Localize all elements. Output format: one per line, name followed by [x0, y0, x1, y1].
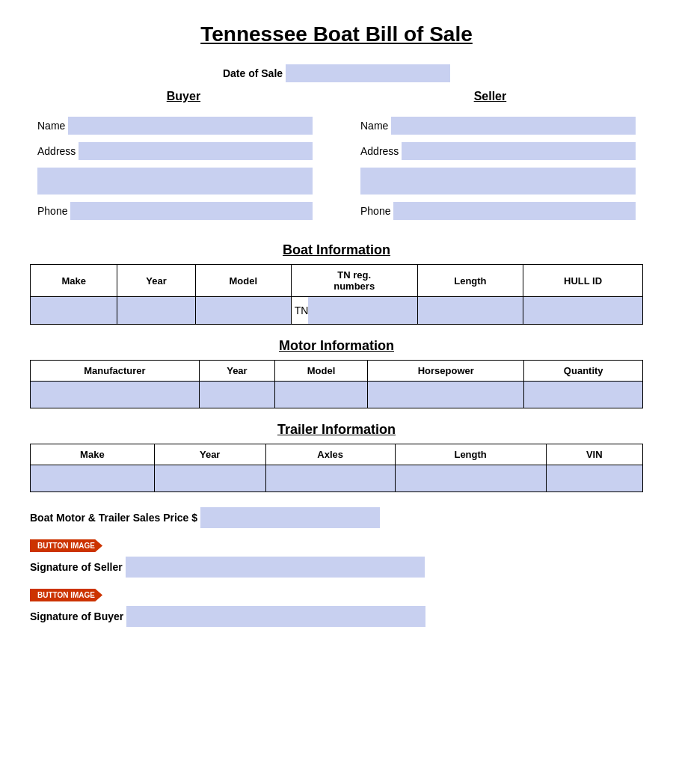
date-of-sale-label: Date of Sale — [223, 67, 283, 79]
seller-address-input-2[interactable] — [360, 168, 636, 195]
date-of-sale-input[interactable] — [286, 64, 450, 82]
boat-model-input[interactable] — [196, 297, 291, 324]
buyer-address-label: Address — [37, 145, 76, 157]
motor-col-model: Model — [274, 361, 367, 382]
boat-col-length: Length — [417, 265, 523, 297]
trailer-vin-input[interactable] — [547, 465, 642, 491]
motor-quantity-input[interactable] — [524, 382, 642, 408]
price-label: Boat Motor & Trailer Sales Price $ — [30, 512, 197, 524]
boat-make-input[interactable] — [31, 297, 117, 324]
boat-table: Make Year Model TN reg.numbers Length HU… — [30, 264, 643, 325]
trailer-col-make: Make — [31, 444, 155, 465]
boat-length-input[interactable] — [418, 297, 523, 324]
boat-section-title: Boat Information — [30, 242, 643, 258]
boat-hull-id-input[interactable] — [523, 297, 642, 324]
bottom-section: Boat Motor & Trailer Sales Price $ BUTTO… — [30, 507, 643, 627]
buyer-header: Buyer — [167, 90, 200, 103]
motor-data-row — [31, 382, 643, 408]
motor-year-input[interactable] — [200, 382, 274, 408]
motor-section-title: Motor Information — [30, 338, 643, 354]
trailer-table: Make Year Axles Length VIN — [30, 444, 643, 492]
buyer-phone-input[interactable] — [70, 202, 313, 220]
boat-col-model: Model — [195, 265, 291, 297]
buyer-column: Name Address Phone — [37, 117, 313, 227]
motor-col-quantity: Quantity — [524, 361, 643, 382]
seller-name-label: Name — [360, 120, 388, 132]
seller-phone-input[interactable] — [393, 202, 636, 220]
boat-col-hull-id: HULL ID — [523, 265, 643, 297]
boat-data-row: TN — [31, 297, 643, 325]
trailer-col-vin: VIN — [546, 444, 642, 465]
trailer-col-length: Length — [395, 444, 546, 465]
boat-col-year: Year — [117, 265, 195, 297]
seller-name-input[interactable] — [391, 117, 636, 135]
trailer-section-title: Trailer Information — [30, 422, 643, 438]
boat-col-tn-reg: TN reg.numbers — [291, 265, 417, 297]
trailer-make-input[interactable] — [31, 465, 154, 491]
seller-address-input[interactable] — [402, 142, 636, 160]
motor-manufacturer-input[interactable] — [31, 382, 199, 408]
motor-horsepower-input[interactable] — [368, 382, 523, 408]
buyer-name-label: Name — [37, 120, 65, 132]
trailer-length-input[interactable] — [396, 465, 546, 491]
motor-col-year: Year — [199, 361, 274, 382]
trailer-year-input[interactable] — [155, 465, 265, 491]
seller-phone-label: Phone — [360, 205, 390, 217]
buyer-sig-label: Signature of Buyer — [30, 610, 123, 622]
motor-col-horsepower: Horsepower — [368, 361, 524, 382]
trailer-axles-input[interactable] — [266, 465, 395, 491]
trailer-col-year: Year — [154, 444, 265, 465]
buyer-signature-block: BUTTON IMAGE Signature of Buyer — [30, 588, 643, 627]
buyer-address-input[interactable] — [79, 142, 313, 160]
boat-tn-reg-input[interactable] — [308, 297, 417, 324]
trailer-data-row — [31, 465, 643, 492]
buyer-sig-input[interactable] — [126, 606, 425, 627]
buyer-name-input[interactable] — [68, 117, 313, 135]
seller-sig-input[interactable] — [126, 557, 425, 578]
boat-year-input[interactable] — [117, 297, 194, 324]
motor-col-manufacturer: Manufacturer — [31, 361, 200, 382]
price-input[interactable] — [200, 507, 380, 528]
seller-header: Seller — [474, 90, 507, 103]
buyer-sign-button[interactable]: BUTTON IMAGE — [30, 589, 102, 601]
motor-model-input[interactable] — [275, 382, 367, 408]
seller-column: Name Address Phone — [360, 117, 636, 227]
trailer-col-axles: Axles — [265, 444, 395, 465]
seller-address-label: Address — [360, 145, 399, 157]
seller-sign-button[interactable]: BUTTON IMAGE — [30, 539, 102, 552]
buyer-address-input-2[interactable] — [37, 168, 313, 195]
buyer-phone-label: Phone — [37, 205, 67, 217]
motor-table: Manufacturer Year Model Horsepower Quant… — [30, 360, 643, 408]
page-title: Tennessee Boat Bill of Sale — [30, 22, 643, 46]
boat-col-make: Make — [31, 265, 117, 297]
seller-sig-label: Signature of Seller — [30, 561, 123, 573]
seller-signature-block: BUTTON IMAGE Signature of Seller — [30, 539, 643, 578]
boat-tn-prefix: TN — [292, 297, 309, 324]
